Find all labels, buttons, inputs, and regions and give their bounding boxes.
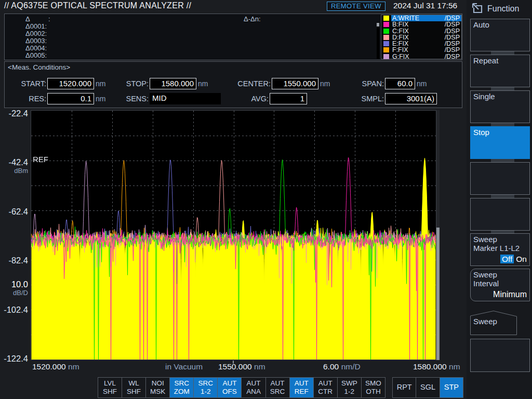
function-button-stop[interactable]: Stop	[470, 126, 530, 159]
start-label: START:	[6, 79, 46, 88]
function-arrow-icon	[471, 2, 484, 16]
trace-label: D:FIX	[392, 34, 445, 41]
y-tick: -82.4	[0, 256, 28, 265]
x-perdiv-value: 6.00	[323, 362, 339, 371]
span-unit: nm	[417, 79, 427, 88]
x-start-unit: nm	[68, 362, 79, 371]
sweep-marker-line2: Marker L1-L2	[473, 244, 527, 252]
x-axis-labels: 1520.000 nm in Vacuum 1550.000 nm 6.00 n…	[0, 362, 467, 374]
function-button-blank-3[interactable]	[470, 339, 530, 372]
trace-swatch	[383, 54, 389, 59]
x-stop-unit: nm	[449, 362, 460, 371]
legend-row[interactable]: F:FIX/DSP	[381, 47, 461, 53]
chart-zone: -22.4 -42.4 dBm -62.4 -82.4 10.0 dB/D -1…	[0, 108, 467, 376]
avg-field[interactable]: 1	[270, 93, 307, 104]
res-unit: nm	[96, 95, 105, 103]
span-label: SPAN:	[358, 79, 384, 88]
toolbar-g2-cell[interactable]: STP	[440, 378, 463, 397]
function-button-single[interactable]: Single	[470, 90, 530, 123]
toolbar-g1-cell[interactable]: SMOOTH	[362, 378, 385, 397]
legend-row[interactable]: C:FIX/DSP	[381, 28, 461, 34]
toolbar-g1-cell[interactable]: LVLSHF	[98, 378, 122, 397]
function-button-auto[interactable]: Auto	[470, 19, 530, 51]
function-sidebar: Function Auto Repeat Single Stop Sweep M…	[467, 0, 532, 399]
span-field[interactable]: 60.0	[385, 78, 415, 89]
toolbar-g2-cell[interactable]: SGL	[416, 378, 440, 397]
trace-swatch	[383, 41, 389, 46]
toolbar-g1-cell[interactable]: AUTANA	[242, 378, 265, 397]
toolbar-g1-cell[interactable]: AUTCTR	[314, 378, 338, 397]
toolbar-g1-cell[interactable]: SWP1-2	[338, 378, 362, 397]
legend-scrollbar[interactable]	[377, 22, 379, 59]
y-tick: -62.4	[0, 207, 28, 217]
trace-label: B:FIX	[392, 21, 445, 28]
center-field[interactable]: 1550.000	[272, 78, 318, 89]
trace-disp: /DSP	[445, 21, 460, 28]
delta-panel: Δ : Δ0001: Δ0002: Δ0003: Δ0004: Δ0005: Δ…	[4, 14, 462, 60]
plot-scrollbar[interactable]	[436, 110, 440, 360]
smpl-field[interactable]: 3001(A)	[385, 93, 437, 104]
trace-swatch	[383, 35, 389, 40]
sweep-group-tab[interactable]: Sweep	[470, 311, 517, 335]
trace-disp: /DSP	[445, 34, 460, 41]
toolbar-g1-cell[interactable]: AUTSRC	[266, 378, 290, 397]
sweep-marker-line1: Sweep	[473, 235, 527, 244]
toolbar-g1-cell[interactable]: NOIMSK	[146, 378, 170, 397]
x-stop-value: 1580.000	[413, 362, 447, 371]
res-label: RES:	[6, 95, 46, 103]
toolbar-g1-cell[interactable]: WLSHF	[122, 378, 146, 397]
function-button-repeat[interactable]: Repeat	[470, 55, 530, 87]
trace-swatch	[383, 47, 389, 52]
y-axis-unit: dBm	[0, 167, 28, 175]
trace-disp: /DSP	[445, 47, 460, 53]
toolbar-g1-cell[interactable]: AUTREF	[290, 378, 314, 397]
plot-scrollbar-thumb[interactable]	[436, 228, 440, 360]
spectrum-plot[interactable]: REF	[31, 110, 436, 360]
sweep-interval-line1: Sweep	[473, 270, 527, 279]
trace-label: F:FIX	[392, 47, 445, 53]
stop-field[interactable]: 1580.000	[150, 78, 196, 89]
trace-legend: A:WRITE/DSP B:FIX/DSP C:FIX/DSP D:FIX/DS…	[381, 15, 462, 59]
sweep-marker-on[interactable]: On	[516, 255, 527, 263]
legend-row[interactable]: B:FIX/DSP	[381, 21, 461, 28]
y-tick: -42.4	[0, 157, 28, 167]
avg-label: AVG:	[233, 95, 269, 103]
function-header: Function	[471, 2, 519, 16]
datetime: 2024 Jul 31 17:56	[393, 1, 457, 10]
sweep-control-toolbar: RPT SGL STP	[392, 377, 463, 398]
y-scale-value: 10.0	[0, 280, 28, 289]
trace-swatch	[383, 29, 389, 34]
trace-swatch	[383, 16, 389, 21]
toolbar-g1-cell[interactable]: SRC1-2	[194, 378, 218, 397]
function-button-blank-1[interactable]	[470, 162, 530, 195]
function-button-sweep-interval[interactable]: Sweep Interval Minimum	[470, 269, 530, 301]
sweep-tab-label: Sweep	[473, 317, 497, 326]
toolbar-g1-cell[interactable]: AUTOFS	[218, 378, 242, 397]
stop-label: STOP:	[120, 79, 149, 88]
sens-field[interactable]: MID	[150, 93, 221, 104]
start-field[interactable]: 1520.000	[47, 78, 94, 89]
x-center-value: 1550.000	[218, 362, 252, 371]
y-tick: -22.4	[0, 109, 28, 118]
x-start-value: 1520.000	[32, 362, 66, 371]
vacuum-label: in Vacuum	[165, 362, 203, 371]
stop-unit: nm	[198, 79, 208, 88]
toolbar-g2-cell[interactable]: RPT	[393, 378, 416, 397]
spectrum-canvas[interactable]	[31, 111, 436, 360]
res-field[interactable]: 0.1	[47, 93, 94, 104]
trace-swatch	[383, 22, 389, 27]
trace-label: C:FIX	[392, 28, 445, 34]
toolbar-g1-cell[interactable]: SRCZOM	[170, 378, 194, 397]
function-button-sweep-marker[interactable]: Sweep Marker L1-L2 OffOn	[470, 233, 530, 266]
trace-label: E:FIX	[392, 41, 445, 47]
y-scale-unit: dB/D	[0, 289, 28, 297]
legend-row[interactable]: G:FIX/DSP	[381, 54, 461, 60]
sweep-marker-off[interactable]: Off	[500, 255, 514, 263]
function-button-blank-2[interactable]	[470, 198, 530, 231]
legend-scrollbar-thumb[interactable]	[377, 23, 379, 26]
trace-label: G:FIX	[392, 54, 445, 60]
ref-marker-label: REF	[33, 155, 48, 164]
trace-label: A:WRITE	[392, 15, 445, 21]
y-tick: -102.4	[0, 305, 28, 315]
soft-key-toolbar: LVLSHF WLSHF NOIMSK SRCZOM SRC1-2 AUTOFS…	[98, 377, 385, 398]
